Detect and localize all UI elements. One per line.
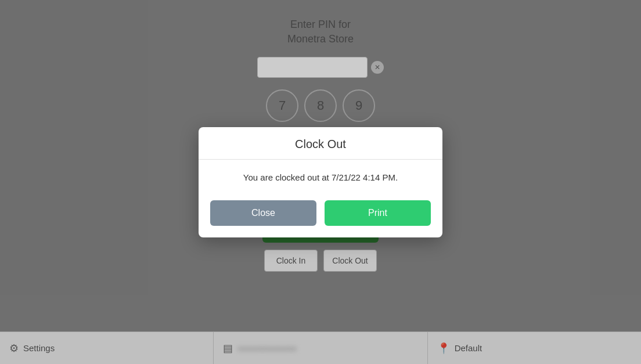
modal-print-button[interactable]: Print <box>325 200 431 226</box>
modal-close-button[interactable]: Close <box>210 200 316 226</box>
modal-footer: Close Print <box>199 193 442 237</box>
modal-message: You are clocked out at 7/21/22 4:14 PM. <box>243 172 398 182</box>
modal-header: Clock Out <box>199 127 442 160</box>
modal-body: You are clocked out at 7/21/22 4:14 PM. <box>199 160 442 193</box>
modal-overlay: Clock Out You are clocked out at 7/21/22… <box>0 0 641 364</box>
clock-out-modal: Clock Out You are clocked out at 7/21/22… <box>199 127 442 237</box>
modal-title: Clock Out <box>295 138 346 150</box>
